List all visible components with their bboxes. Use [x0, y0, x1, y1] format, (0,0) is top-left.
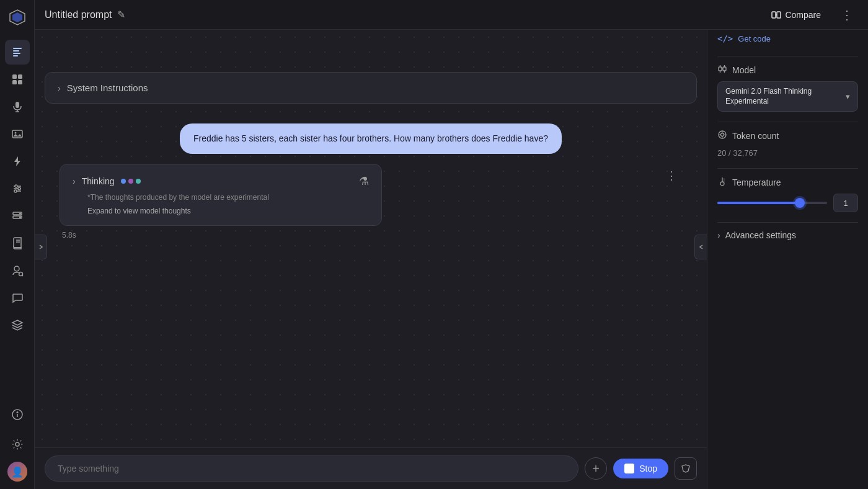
- svg-line-27: [22, 276, 23, 277]
- advanced-settings-chevron: ›: [717, 230, 720, 240]
- edit-title-icon[interactable]: ✎: [117, 9, 125, 20]
- token-count-label-row: Token count: [717, 130, 858, 142]
- stop-icon: [624, 464, 634, 473]
- model-label-row: Model: [717, 64, 858, 76]
- sidebar-item-info[interactable]: [5, 402, 30, 427]
- temperature-label: Temperature: [732, 177, 781, 187]
- flask-icon: ⚗: [359, 174, 369, 188]
- temperature-slider-fill: [717, 202, 800, 204]
- format-button[interactable]: [675, 457, 697, 480]
- system-instructions-chevron[interactable]: ›: [58, 83, 61, 93]
- add-content-button[interactable]: +: [585, 457, 607, 480]
- thinking-header: › Thinking ⚗: [73, 174, 369, 188]
- svg-rect-1: [13, 50, 19, 52]
- model-select-dropdown[interactable]: Gemini 2.0 Flash Thinking Experimental ▾: [717, 81, 858, 112]
- divider-1: [717, 56, 858, 56]
- main-content: › System Instructions Freddie has 5 sist…: [35, 30, 707, 489]
- svg-rect-7: [18, 80, 22, 84]
- get-code-icon: </>: [717, 34, 733, 43]
- svg-rect-36: [723, 67, 726, 71]
- left-panel-toggle[interactable]: [35, 235, 47, 259]
- svg-point-21: [19, 213, 20, 214]
- svg-point-43: [721, 133, 724, 137]
- run-settings-panel: Run settings ↻ </> Get code Model: [707, 0, 868, 489]
- thinking-subtitle: *The thoughts produced by the model are …: [73, 193, 369, 202]
- page-title: Untitled prompt: [45, 9, 112, 20]
- get-code-row[interactable]: </> Get code: [717, 34, 858, 43]
- sidebar-item-chat[interactable]: [5, 285, 30, 310]
- chat-input[interactable]: [45, 455, 578, 482]
- svg-point-18: [14, 190, 17, 192]
- svg-rect-3: [13, 55, 18, 56]
- temperature-icon: [717, 176, 727, 189]
- sidebar-item-search-user[interactable]: [5, 258, 30, 283]
- token-count-icon: [717, 130, 727, 142]
- svg-point-17: [18, 187, 20, 190]
- response-more-options-button[interactable]: ⋮: [666, 169, 677, 182]
- sidebar-item-prompts[interactable]: [5, 40, 30, 65]
- dot-1: [121, 179, 126, 184]
- thinking-expand-chevron[interactable]: ›: [73, 176, 76, 186]
- sidebar-item-microphone[interactable]: [5, 94, 30, 119]
- svg-point-12: [14, 132, 16, 134]
- temperature-slider-container[interactable]: [717, 197, 827, 209]
- ai-response-container: ⋮ › Thinking ⚗ *The thoughts produced by…: [60, 164, 682, 240]
- svg-rect-5: [18, 74, 22, 79]
- svg-point-22: [19, 217, 20, 218]
- sidebar-item-bolt[interactable]: [5, 149, 30, 174]
- app-logo[interactable]: [7, 7, 27, 27]
- model-select-chevron: ▾: [846, 92, 850, 101]
- sidebar-item-settings[interactable]: [5, 432, 30, 457]
- advanced-settings-label: Advanced settings: [725, 230, 796, 240]
- svg-point-25: [14, 266, 19, 271]
- dot-2: [128, 179, 133, 184]
- sidebar-item-storage[interactable]: [5, 204, 30, 228]
- sidebar-item-layers[interactable]: [5, 313, 30, 338]
- token-count-setting: Token count 20 / 32,767: [717, 130, 858, 158]
- sidebar-item-sliders[interactable]: [5, 176, 30, 201]
- temperature-setting: Temperature 1: [717, 176, 858, 212]
- divider-3: [717, 168, 858, 169]
- more-options-header-button[interactable]: ⋮: [836, 5, 858, 25]
- dot-3: [136, 179, 141, 184]
- thinking-title: Thinking: [82, 176, 115, 186]
- model-label: Model: [732, 65, 756, 75]
- get-code-label: Get code: [738, 34, 771, 43]
- system-instructions-panel: › System Instructions: [45, 72, 697, 104]
- svg-rect-8: [16, 102, 19, 108]
- thinking-card: › Thinking ⚗ *The thoughts produced by t…: [60, 164, 382, 226]
- svg-rect-11: [12, 130, 22, 138]
- input-area: + Stop: [35, 447, 707, 489]
- svg-rect-2: [13, 53, 20, 54]
- header-actions: Compare ⋮: [764, 5, 858, 25]
- advanced-settings-row[interactable]: › Advanced settings: [717, 230, 858, 240]
- temperature-slider-track: [717, 202, 827, 204]
- right-panel-toggle[interactable]: [694, 235, 707, 259]
- compare-button[interactable]: Compare: [764, 6, 828, 24]
- system-instructions-label: System Instructions: [67, 83, 148, 93]
- plus-icon: +: [592, 462, 600, 476]
- sidebar-item-gallery[interactable]: [5, 67, 30, 92]
- sidebar-item-image[interactable]: [5, 122, 30, 146]
- temperature-control: 1: [717, 194, 858, 212]
- temperature-value-box: 1: [833, 194, 858, 212]
- svg-point-31: [16, 442, 19, 446]
- thinking-expand-label[interactable]: Expand to view model thoughts: [73, 207, 369, 215]
- user-avatar[interactable]: 👤: [7, 462, 27, 482]
- temperature-slider-thumb[interactable]: [795, 198, 805, 208]
- sidebar: 👤: [0, 0, 35, 489]
- chat-area: Freddie has 5 sisters, each sister has f…: [35, 114, 707, 447]
- svg-point-16: [15, 185, 17, 187]
- svg-rect-6: [12, 80, 17, 84]
- divider-2: [717, 122, 858, 122]
- svg-point-49: [720, 182, 724, 186]
- temperature-label-row: Temperature: [717, 176, 858, 189]
- sidebar-item-book[interactable]: [5, 231, 30, 256]
- stop-button[interactable]: Stop: [613, 459, 668, 478]
- svg-rect-35: [719, 67, 722, 71]
- token-count-label: Token count: [732, 131, 779, 141]
- svg-rect-4: [12, 74, 17, 79]
- model-select-value: Gemini 2.0 Flash Thinking Experimental: [725, 87, 846, 106]
- svg-rect-32: [772, 12, 776, 18]
- header: Untitled prompt ✎ Compare ⋮: [35, 0, 868, 30]
